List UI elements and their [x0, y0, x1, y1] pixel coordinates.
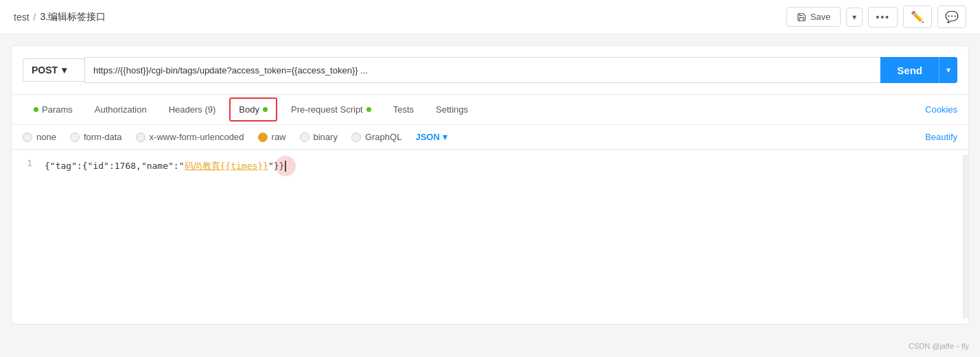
save-button[interactable]: Save — [786, 7, 841, 27]
option-form-data-label: form-data — [84, 132, 122, 142]
top-bar: test / 3.编辑标签接口 Save ▾ ••• ✏️ 💬 — [0, 0, 980, 34]
tab-pre-request-label: Pre-request Script — [291, 104, 363, 115]
method-dropdown-arrow: ▾ — [62, 65, 67, 76]
radio-graphql — [351, 133, 361, 142]
comment-icon-button[interactable]: 💬 — [937, 5, 966, 28]
more-button[interactable]: ••• — [868, 7, 898, 27]
scrollbar[interactable] — [963, 155, 968, 319]
radio-none — [23, 133, 32, 142]
tab-settings-label: Settings — [436, 104, 468, 115]
tab-params[interactable]: Params — [23, 96, 84, 123]
save-icon — [797, 12, 806, 22]
footer: CSDN @jaffe－fly — [0, 336, 980, 357]
footer-credit: CSDN @jaffe－fly — [909, 341, 969, 352]
url-bar: POST ▾ Send ▾ — [12, 46, 968, 95]
params-dot — [34, 107, 38, 112]
breadcrumb-title: 3.编辑标签接口 — [40, 11, 106, 23]
top-actions: Save ▾ ••• ✏️ 💬 — [786, 5, 966, 28]
tab-settings[interactable]: Settings — [425, 96, 479, 123]
code-line-1: {"tag":{"id":1768,"name":"码尚教育{{times}}"… — [45, 158, 957, 174]
code-var-times: {{times}} — [220, 158, 268, 174]
tab-tests[interactable]: Tests — [382, 96, 425, 123]
json-select[interactable]: JSON ▾ — [415, 132, 447, 142]
beautify-button[interactable]: Beautify — [925, 132, 957, 142]
json-arrow: ▾ — [443, 132, 447, 142]
tab-headers-label: Headers (9) — [169, 104, 216, 115]
tab-headers[interactable]: Headers (9) — [158, 96, 227, 123]
code-part1: {"tag":{"id":1768,"name":" — [45, 158, 185, 174]
line-number-1: 1 — [12, 158, 32, 168]
option-urlencoded[interactable]: x-www-form-urlencoded — [136, 132, 244, 142]
option-raw-label: raw — [272, 132, 286, 142]
send-dropdown-button[interactable]: ▾ — [939, 57, 957, 83]
option-graphql-label: GraphQL — [365, 132, 401, 142]
cursor-container — [284, 161, 287, 172]
body-options: none form-data x-www-form-urlencoded raw… — [12, 125, 968, 150]
option-binary[interactable]: binary — [300, 132, 338, 142]
option-none-label: none — [36, 132, 56, 142]
tab-authorization-label: Authorization — [95, 104, 147, 115]
tab-body[interactable]: Body — [229, 97, 277, 122]
method-label: POST — [32, 65, 58, 76]
tab-params-label: Params — [42, 104, 73, 115]
send-button-group: Send ▾ — [880, 57, 957, 83]
edit-icon-button[interactable]: ✏️ — [903, 5, 932, 28]
cookies-link[interactable]: Cookies — [925, 104, 957, 115]
radio-raw — [258, 133, 268, 142]
radio-binary — [300, 133, 310, 142]
code-var-text: 码尚教育 — [185, 158, 220, 174]
option-graphql[interactable]: GraphQL — [351, 132, 401, 142]
tab-body-label: Body — [239, 104, 259, 115]
main-content: POST ▾ Send ▾ Params Authorization Heade… — [11, 45, 969, 325]
tab-authorization[interactable]: Authorization — [84, 96, 158, 123]
option-urlencoded-label: x-www-form-urlencoded — [150, 132, 244, 142]
option-none[interactable]: none — [23, 132, 56, 142]
radio-form-data — [70, 133, 80, 142]
tabs-bar: Params Authorization Headers (9) Body Pr… — [12, 95, 968, 125]
breadcrumb: test / 3.编辑标签接口 — [14, 11, 106, 23]
option-raw[interactable]: raw — [258, 132, 286, 142]
code-editor: 1 {"tag":{"id":1768,"name":"码尚教育{{times}… — [12, 150, 968, 324]
json-label: JSON — [415, 132, 439, 142]
method-select[interactable]: POST ▾ — [23, 58, 84, 82]
body-dot — [263, 107, 268, 112]
pre-request-dot — [366, 107, 371, 112]
radio-urlencoded — [136, 133, 145, 142]
option-form-data[interactable]: form-data — [70, 132, 122, 142]
send-button[interactable]: Send — [880, 57, 939, 83]
code-content[interactable]: {"tag":{"id":1768,"name":"码尚教育{{times}}"… — [39, 155, 963, 319]
breadcrumb-project: test — [14, 12, 30, 23]
cursor-highlight — [275, 156, 296, 176]
option-binary-label: binary — [314, 132, 338, 142]
breadcrumb-separator: / — [34, 12, 36, 23]
tab-pre-request[interactable]: Pre-request Script — [280, 96, 382, 123]
tab-tests-label: Tests — [393, 104, 414, 115]
line-numbers: 1 — [12, 155, 39, 319]
url-input[interactable] — [84, 57, 880, 83]
save-dropdown-button[interactable]: ▾ — [846, 8, 863, 27]
